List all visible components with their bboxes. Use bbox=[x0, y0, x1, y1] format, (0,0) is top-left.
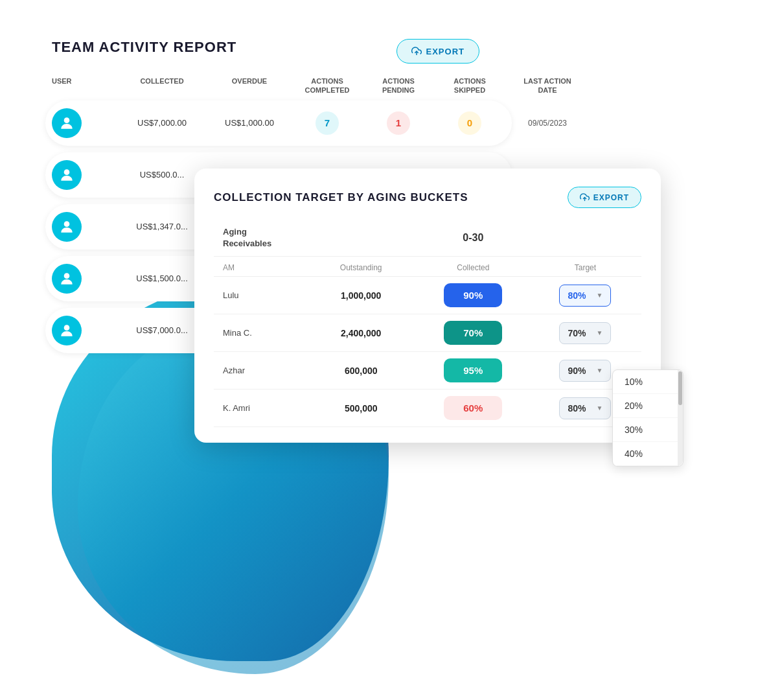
target-value-azhar: 90% bbox=[568, 366, 586, 376]
chevron-down-icon: ▼ bbox=[597, 292, 603, 299]
avatar bbox=[52, 212, 82, 242]
col-actions-pending: ACTIONSPENDING bbox=[363, 76, 434, 95]
chevron-down-icon: ▼ bbox=[597, 404, 603, 412]
col-actions-completed: ACTIONSCOMPLETED bbox=[292, 76, 363, 95]
svg-point-4 bbox=[64, 273, 70, 279]
collected-azhar: 95% bbox=[417, 352, 529, 390]
target-dropdown-azhar[interactable]: 90% ▼ bbox=[559, 360, 611, 382]
last-action-date: 09/05/2023 bbox=[505, 119, 590, 128]
outstanding-mina: 2,400,000 bbox=[305, 314, 417, 352]
target-mina-cell: 70% ▼ bbox=[529, 314, 641, 352]
actions-pending-badge: 1 bbox=[387, 111, 410, 135]
target-header: Target bbox=[575, 263, 596, 272]
chevron-down-icon: ▼ bbox=[597, 367, 603, 374]
export-top-button[interactable]: EXPORT bbox=[396, 39, 479, 64]
col-collected: COLLECTED bbox=[117, 76, 207, 95]
target-value-kamri: 80% bbox=[568, 403, 586, 414]
collection-target-modal: COLLECTION TARGET BY AGING BUCKETS EXPOR… bbox=[194, 169, 661, 443]
dropdown-scrollbar bbox=[678, 370, 683, 466]
collected-value: US$7,000.00 bbox=[117, 118, 207, 128]
collected-lulu: 90% bbox=[417, 277, 529, 314]
collected-badge-kamri: 60% bbox=[444, 396, 502, 420]
svg-point-2 bbox=[64, 169, 70, 175]
avatar bbox=[52, 316, 82, 345]
collected-value: US$1,500.0... bbox=[117, 274, 207, 283]
report-title: TEAM ACTIVITY REPORT bbox=[52, 39, 236, 56]
collected-mina: 70% bbox=[417, 314, 529, 352]
collected-value: US$1,347.0... bbox=[117, 222, 207, 231]
table-row: US$7,000.00 US$1,000.00 7 1 0 09/05/2023 bbox=[45, 100, 512, 146]
dropdown-option-20[interactable]: 20% bbox=[613, 394, 683, 418]
actions-skipped-value: 0 bbox=[434, 111, 505, 135]
outstanding-azhar: 600,000 bbox=[305, 352, 417, 390]
table-row: K. Amri 500,000 60% 80% ▼ bbox=[214, 390, 641, 427]
target-value-lulu: 80% bbox=[568, 290, 586, 301]
col-overdue: OVERDUE bbox=[207, 76, 292, 95]
outstanding-kamri: 500,000 bbox=[305, 390, 417, 427]
collected-value: US$7,000.0... bbox=[117, 325, 207, 335]
aging-receivables-label: Aging Receivables bbox=[223, 227, 271, 248]
am-name-azhar: Azhar bbox=[214, 352, 305, 390]
export-modal-button[interactable]: EXPORT bbox=[568, 187, 641, 208]
svg-point-3 bbox=[64, 221, 70, 227]
actions-completed-value: 7 bbox=[292, 111, 363, 135]
dropdown-option-40[interactable]: 40% bbox=[613, 442, 683, 466]
sub-header-row: AM Outstanding Collected Target bbox=[214, 257, 641, 277]
export-modal-label: EXPORT bbox=[593, 193, 629, 202]
col-last-action-date: LAST ACTIONDATE bbox=[505, 76, 590, 95]
target-dropdown-lulu[interactable]: 80% ▼ bbox=[559, 285, 611, 307]
target-lulu-cell: 80% ▼ bbox=[529, 277, 641, 314]
cloud-upload-icon-modal bbox=[580, 192, 590, 202]
svg-point-1 bbox=[64, 117, 70, 123]
modal-header: COLLECTION TARGET BY AGING BUCKETS EXPOR… bbox=[214, 187, 641, 208]
dropdown-scrollbar-thumb bbox=[678, 371, 682, 405]
overdue-value: US$1,000.00 bbox=[207, 118, 292, 128]
collected-badge-azhar: 95% bbox=[444, 358, 502, 382]
range-label: 0-30 bbox=[463, 232, 483, 243]
export-top-label: EXPORT bbox=[426, 47, 465, 56]
user-avatar-cell bbox=[52, 212, 117, 242]
actions-pending-value: 1 bbox=[363, 111, 434, 135]
target-dropdown-popup: 10% 20% 30% 40% bbox=[612, 369, 683, 467]
table-row: Mina C. 2,400,000 70% 70% ▼ bbox=[214, 314, 641, 352]
table-header: USER COLLECTED OVERDUE ACTIONSCOMPLETED … bbox=[45, 76, 512, 95]
avatar bbox=[52, 160, 82, 190]
target-dropdown-mina[interactable]: 70% ▼ bbox=[559, 322, 611, 344]
avatar bbox=[52, 264, 82, 294]
cloud-upload-icon bbox=[411, 46, 422, 56]
am-header: AM bbox=[223, 263, 235, 272]
collection-table: Aging Receivables 0-30 AM Outstanding Co… bbox=[214, 220, 641, 427]
collected-kamri: 60% bbox=[417, 390, 529, 427]
actions-completed-badge: 7 bbox=[316, 111, 339, 135]
user-avatar-cell bbox=[52, 264, 117, 294]
outstanding-header: Outstanding bbox=[340, 263, 382, 272]
collected-badge-mina: 70% bbox=[444, 321, 502, 345]
am-name-lulu: Lulu bbox=[214, 277, 305, 314]
collected-header: Collected bbox=[457, 263, 489, 272]
target-value-mina: 70% bbox=[568, 328, 586, 338]
svg-point-5 bbox=[64, 325, 70, 331]
table-row: Azhar 600,000 95% 90% ▼ bbox=[214, 352, 641, 390]
actions-skipped-badge: 0 bbox=[458, 111, 481, 135]
dropdown-option-30[interactable]: 30% bbox=[613, 418, 683, 442]
col-actions-skipped: ACTIONSSKIPPED bbox=[434, 76, 505, 95]
dropdown-option-10[interactable]: 10% bbox=[613, 370, 683, 394]
page-wrapper: TEAM ACTIVITY REPORT EXPORT USER COLLECT… bbox=[0, 0, 758, 700]
aging-header-row: Aging Receivables 0-30 bbox=[214, 220, 641, 257]
outstanding-lulu: 1,000,000 bbox=[305, 277, 417, 314]
target-dropdown-kamri[interactable]: 80% ▼ bbox=[559, 397, 611, 419]
am-name-kamri: K. Amri bbox=[214, 390, 305, 427]
user-avatar-cell bbox=[52, 108, 117, 138]
user-avatar-cell bbox=[52, 160, 117, 190]
user-avatar-cell bbox=[52, 316, 117, 345]
chevron-down-icon: ▼ bbox=[597, 329, 603, 336]
avatar bbox=[52, 108, 82, 138]
col-user: USER bbox=[52, 76, 117, 95]
table-row: Lulu 1,000,000 90% 80% ▼ bbox=[214, 277, 641, 314]
am-name-mina: Mina C. bbox=[214, 314, 305, 352]
collected-value: US$500.0... bbox=[117, 170, 207, 180]
modal-title: COLLECTION TARGET BY AGING BUCKETS bbox=[214, 191, 468, 204]
collected-badge-lulu: 90% bbox=[444, 283, 502, 307]
